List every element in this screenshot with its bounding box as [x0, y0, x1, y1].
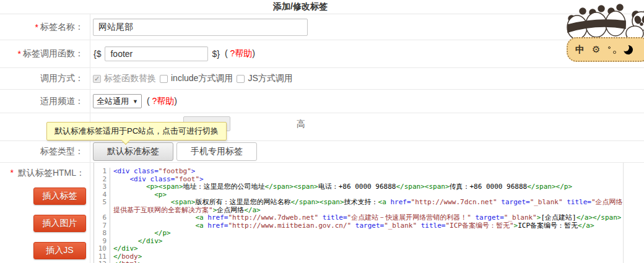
function-prefix: {$ — [94, 49, 101, 59]
size-height-label: 高 — [297, 119, 305, 130]
checkbox-label: 标签函数替换 — [104, 73, 156, 84]
code-text: <span>版权所有：这里是您的网站名称</span><span>技术支持：<a… — [110, 199, 623, 207]
code-text: 提供基于互联网的全套解决方案">企点网络</a> — [110, 207, 261, 215]
code-text: </p> — [110, 230, 171, 238]
page-title: 添加/修改标签 — [0, 0, 644, 14]
add-edit-tag-page: 添加/修改标签 * 标签名称： * 标签调用函数： {$ $} ( ?帮助) 调… — [0, 0, 644, 263]
code-line[interactable]: 9 </div> — [94, 238, 623, 246]
code-text: <p><span>地址：这里是您的公司地址</span><span>电话：+86… — [110, 183, 572, 191]
translate-icon[interactable]: 中 — [575, 44, 585, 56]
code-line[interactable]: 4 <p> — [94, 191, 623, 199]
panda-widget: 中 ⚙ — [560, 1, 644, 63]
checkbox-label: JS方式调用 — [248, 73, 292, 84]
code-line[interactable]: 12</html> — [94, 261, 623, 263]
row-tag-name: * 标签名称： — [0, 14, 644, 40]
line-number: 3 — [94, 183, 110, 191]
code-line[interactable]: 7 <a href="http://www.miitbeian.gov.cn/"… — [94, 222, 623, 230]
code-text: </div> — [110, 238, 163, 246]
gear-icon[interactable]: ⚙ — [592, 44, 600, 55]
panda-toolbar: 中 ⚙ — [567, 37, 644, 62]
code-text: <p> — [110, 191, 167, 199]
line-number: 5 — [94, 199, 110, 207]
chevron-down-icon: ▼ — [133, 98, 138, 105]
html-code-editor[interactable]: 1<div class="footbg">2 <div class="foot"… — [94, 163, 624, 263]
code-text: <a href="http://www.7dweb.net" title="企点… — [110, 214, 621, 222]
checkbox[interactable] — [160, 75, 168, 83]
line-number: 10 — [94, 245, 110, 253]
checkbox-option[interactable]: ✓标签函数替换 — [93, 73, 156, 84]
required-mark: * — [11, 168, 14, 178]
cursor-icon[interactable] — [607, 45, 616, 54]
code-line[interactable]: 3 <p><span>地址：这里是您的公司地址</span><span>电话：+… — [94, 183, 623, 191]
code-text: <a href="http://www.miitbeian.gov.cn/" t… — [110, 222, 594, 230]
code-line[interactable]: 11</body> — [94, 253, 623, 261]
checkbox[interactable] — [237, 75, 245, 83]
tag-function-input[interactable] — [105, 46, 208, 61]
required-mark: * — [18, 49, 21, 59]
tab-default-standard-tag[interactable]: 默认标准标签 — [93, 142, 173, 161]
checkbox-label: include方式调用 — [171, 73, 233, 84]
tag-type-tooltip: 默认标准标签适用于PC站点，点击可进行切换 — [46, 122, 227, 140]
code-line[interactable]: 2 <div class="foot"> — [94, 176, 623, 184]
tab-mobile-tag[interactable]: 手机专用标签 — [176, 142, 257, 161]
code-line[interactable]: 6 <a href="http://www.7dweb.net" title="… — [94, 214, 623, 222]
checkbox-option[interactable]: JS方式调用 — [237, 73, 292, 84]
tag-type-tabs: 默认标准标签手机专用标签 — [93, 142, 257, 161]
channel-selected-value: 全站通用 — [97, 96, 129, 107]
call-method-label: 调用方式： — [0, 68, 90, 89]
tag-type-label: 标签类型： — [0, 141, 90, 162]
default-html-label: * 默认标签HTML： — [11, 168, 85, 179]
moon-icon[interactable] — [624, 45, 633, 54]
code-text: <div class="footbg"> — [110, 168, 195, 176]
channel-label: 适用频道： — [0, 90, 90, 113]
help-link[interactable]: ?帮助 — [230, 48, 253, 58]
code-line[interactable]: 提供基于互联网的全套解决方案">企点网络</a> — [94, 207, 623, 215]
row-channel: 适用频道： 全站通用 ▼ ( ?帮助) — [0, 90, 644, 113]
row-call-method: 调用方式： ✓标签函数替换include方式调用JS方式调用 — [0, 68, 644, 90]
code-text: </div> — [110, 245, 138, 253]
insert-button[interactable]: 插入JS — [33, 242, 86, 259]
line-number: 6 — [94, 214, 110, 222]
insert-buttons: 插入标签插入图片插入JS — [33, 188, 86, 259]
code-text: </body> — [110, 253, 142, 261]
insert-button[interactable]: 插入图片 — [33, 215, 86, 232]
tag-name-input[interactable] — [93, 19, 308, 36]
line-number: 1 — [94, 168, 110, 176]
row-tag-function: * 标签调用函数： {$ $} ( ?帮助) — [0, 40, 644, 68]
row-default-html: * 默认标签HTML： 插入标签插入图片插入JS 1<div class="fo… — [0, 163, 644, 263]
required-mark: * — [35, 22, 38, 32]
function-suffix: $} — [212, 49, 219, 59]
call-method-options: ✓标签函数替换include方式调用JS方式调用 — [93, 73, 293, 84]
code-line[interactable]: 5 <span>版权所有：这里是您的网站名称</span><span>技术支持：… — [94, 199, 623, 207]
code-line[interactable]: 1<div class="footbg"> — [94, 168, 623, 176]
checkbox-option[interactable]: include方式调用 — [160, 73, 233, 84]
line-number: 12 — [94, 261, 110, 263]
code-text: </html> — [110, 261, 142, 263]
line-number: 8 — [94, 230, 110, 238]
tag-name-label: * 标签名称： — [0, 14, 90, 40]
code-line[interactable]: 8 </p> — [94, 230, 623, 238]
checkbox[interactable]: ✓ — [93, 75, 101, 83]
tag-function-label: * 标签调用函数： — [0, 40, 90, 67]
code-line[interactable]: 10</div> — [94, 245, 623, 253]
help-link[interactable]: ?帮助 — [152, 96, 175, 106]
insert-button[interactable]: 插入标签 — [33, 188, 86, 205]
channel-select[interactable]: 全站通用 ▼ — [93, 94, 142, 108]
code-text: <div class="foot"> — [110, 176, 204, 184]
row-tag-type: 标签类型： 默认标准标签手机专用标签 — [0, 141, 644, 163]
